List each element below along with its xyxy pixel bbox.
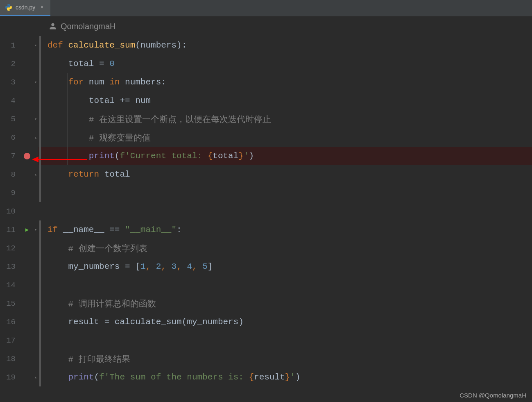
breakpoint-gutter[interactable]: ▶: [21, 226, 33, 233]
code-editor[interactable]: 1 ▾ def calculate_sum(numbers): 2 total …: [0, 36, 532, 386]
code-text[interactable]: [38, 331, 532, 350]
code-line-breakpoint[interactable]: 7 print(f'Current total: {total}'): [0, 147, 532, 165]
code-line[interactable]: 4 total += num: [0, 91, 532, 110]
fold-up-icon[interactable]: ▴: [34, 172, 37, 177]
fold-down-icon[interactable]: ▾: [34, 227, 37, 232]
code-text[interactable]: # 创建一个数字列表: [38, 239, 532, 257]
line-number: 7: [0, 152, 21, 161]
code-line[interactable]: 9: [0, 184, 532, 202]
code-line[interactable]: 3 ▾ for num in numbers:: [0, 73, 532, 91]
line-number: 3: [0, 78, 21, 87]
line-number: 18: [0, 354, 21, 363]
line-number: 11: [0, 225, 21, 234]
tab-filename: csdn.py: [16, 4, 35, 11]
code-text[interactable]: def calculate_sum(numbers):: [38, 36, 532, 55]
fold-down-icon[interactable]: ▾: [34, 43, 37, 48]
line-number: 14: [0, 281, 21, 290]
tab-bar: csdn.py ×: [0, 0, 532, 16]
fold-down-icon[interactable]: ▾: [34, 116, 37, 122]
line-number: 4: [0, 96, 21, 105]
code-line[interactable]: 10: [0, 202, 532, 220]
fold-down-icon[interactable]: ▾: [34, 79, 37, 85]
code-line[interactable]: 12 # 创建一个数字列表: [0, 239, 532, 257]
code-line[interactable]: 19 ▴ print(f'The sum of the numbers is: …: [0, 368, 532, 386]
line-number: 13: [0, 262, 21, 271]
line-number: 8: [0, 170, 21, 179]
code-text[interactable]: total += num: [38, 91, 532, 110]
code-line[interactable]: 5 ▾ # 在这里设置一个断点，以便在每次迭代时停止: [0, 110, 532, 128]
author-name: QomolangmaH: [61, 22, 116, 31]
code-text[interactable]: # 打印最终结果: [38, 350, 532, 368]
fold-gutter[interactable]: ▴: [33, 135, 38, 140]
fold-gutter[interactable]: ▴: [33, 375, 38, 380]
code-text[interactable]: for num in numbers:: [38, 73, 532, 91]
line-number: 6: [0, 133, 21, 142]
line-number: 1: [0, 41, 21, 50]
line-number: 19: [0, 373, 21, 382]
code-line[interactable]: 11 ▶ ▾ if __name__ == "__main__":: [0, 220, 532, 239]
fold-gutter[interactable]: ▾: [33, 227, 38, 232]
code-line[interactable]: 8 ▴ return total: [0, 165, 532, 184]
tab-close-icon[interactable]: ×: [38, 4, 45, 11]
code-text[interactable]: [38, 202, 532, 220]
code-line[interactable]: 14: [0, 276, 532, 294]
fold-up-icon[interactable]: ▴: [34, 375, 37, 380]
code-text[interactable]: print(f'The sum of the numbers is: {resu…: [38, 368, 532, 386]
code-line[interactable]: 17: [0, 331, 532, 350]
fold-up-icon[interactable]: ▴: [34, 135, 37, 140]
line-number: 16: [0, 318, 21, 327]
code-line[interactable]: 16 result = calculate_sum(my_numbers): [0, 313, 532, 331]
code-text[interactable]: return total: [38, 165, 532, 184]
python-file-icon: [5, 4, 12, 11]
code-text[interactable]: # 观察变量的值: [38, 128, 532, 147]
code-text[interactable]: total = 0: [38, 55, 532, 73]
line-number: 9: [0, 189, 21, 198]
code-text[interactable]: print(f'Current total: {total}'): [38, 147, 532, 165]
run-icon[interactable]: ▶: [25, 226, 29, 233]
code-line[interactable]: 13 my_numbers = [1, 2, 3, 4, 5]: [0, 257, 532, 276]
line-number: 17: [0, 336, 21, 345]
watermark: CSDN @QomolangmaH: [460, 392, 526, 399]
file-tab[interactable]: csdn.py ×: [0, 0, 50, 16]
breakpoint-icon[interactable]: [24, 153, 30, 159]
code-line[interactable]: 2 total = 0: [0, 55, 532, 73]
fold-gutter[interactable]: ▾: [33, 79, 38, 85]
code-text[interactable]: # 调用计算总和的函数: [38, 294, 532, 313]
code-text[interactable]: [38, 276, 532, 294]
code-text[interactable]: result = calculate_sum(my_numbers): [38, 313, 532, 331]
fold-gutter[interactable]: ▾: [33, 116, 38, 122]
code-text[interactable]: my_numbers = [1, 2, 3, 4, 5]: [38, 257, 532, 276]
code-text[interactable]: [38, 184, 532, 202]
line-number: 10: [0, 207, 21, 216]
line-number: 5: [0, 115, 21, 124]
code-text[interactable]: # 在这里设置一个断点，以便在每次迭代时停止: [38, 110, 532, 128]
fold-gutter[interactable]: ▴: [33, 172, 38, 177]
code-line[interactable]: 6 ▴ # 观察变量的值: [0, 128, 532, 147]
fold-gutter[interactable]: ▾: [33, 43, 38, 48]
line-number: 15: [0, 299, 21, 308]
breakpoint-gutter[interactable]: [21, 153, 33, 159]
person-icon: [49, 23, 57, 30]
code-line[interactable]: 18 # 打印最终结果: [0, 350, 532, 368]
line-number: 2: [0, 59, 21, 68]
author-annotation: QomolangmaH: [0, 16, 532, 36]
code-text[interactable]: if __name__ == "__main__":: [38, 220, 532, 239]
code-line[interactable]: 1 ▾ def calculate_sum(numbers):: [0, 36, 532, 55]
code-line[interactable]: 15 # 调用计算总和的函数: [0, 294, 532, 313]
line-number: 12: [0, 244, 21, 253]
